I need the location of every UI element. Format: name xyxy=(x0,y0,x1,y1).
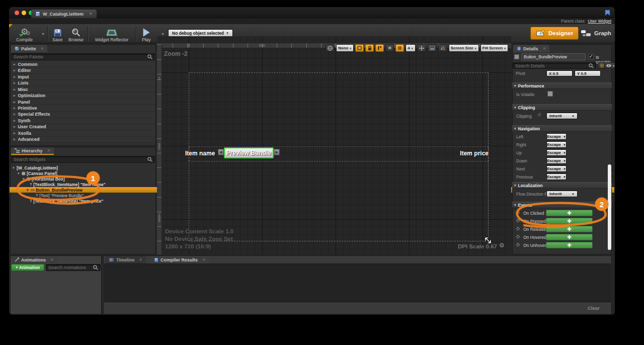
nav-next-dropdown[interactable]: Escape▼ xyxy=(546,165,567,172)
details-scrollbar[interactable] xyxy=(608,164,611,250)
hierarchy-tab-close-icon[interactable]: ✕ xyxy=(47,148,51,153)
add-on-unhovered-event-button[interactable]: ✚ xyxy=(546,242,593,248)
localization-preview-button[interactable] xyxy=(326,44,335,52)
palette-category-editor[interactable]: ▸Editor xyxy=(11,67,155,73)
add-on-pressed-event-button[interactable]: ✚ xyxy=(546,218,593,224)
details-search-input[interactable] xyxy=(515,63,589,68)
nav-down-dropdown[interactable]: Escape▼ xyxy=(546,157,567,164)
add-on-clicked-event-button[interactable]: ✚ xyxy=(546,210,593,216)
graph-mode-button[interactable]: Graph xyxy=(581,27,611,40)
save-button[interactable]: Save xyxy=(52,25,63,42)
canvas-item-price-text[interactable]: Item price xyxy=(438,150,489,157)
add-on-released-event-button[interactable]: ✚ xyxy=(546,226,593,232)
canvas-item-name-text[interactable]: Item name xyxy=(185,150,215,157)
nav-up-dropdown[interactable]: Escape▼ xyxy=(546,149,567,156)
palette-category-input[interactable]: ▸Input xyxy=(11,74,155,80)
tab-compiler-results[interactable]: Compiler Results ✕ xyxy=(150,256,209,264)
compile-button[interactable]: ⚙ ⚙ Compile xyxy=(16,25,33,42)
snap-alignment-button[interactable] xyxy=(375,44,384,52)
localization-culture-dropdown[interactable]: None▼ xyxy=(336,44,354,52)
clear-button[interactable]: Clear xyxy=(588,305,600,311)
is-volatile-checkbox[interactable] xyxy=(547,91,553,97)
slot-nav-left-handle[interactable]: ◄ xyxy=(218,149,224,155)
section-clipping[interactable]: ▾Clipping xyxy=(512,104,612,111)
image-icon xyxy=(430,46,435,50)
palette-category-synth[interactable]: ▸Synth xyxy=(11,118,155,124)
animations-search-input[interactable] xyxy=(48,265,93,270)
section-navigation[interactable]: ▾Navigation xyxy=(512,125,612,132)
palette-category-xsolla[interactable]: ▸Xsolla xyxy=(11,130,155,136)
palette-search[interactable] xyxy=(11,53,155,60)
reset-to-default-icon[interactable]: ↺ xyxy=(537,113,541,117)
palette-category-lists[interactable]: ▸Lists xyxy=(11,80,155,86)
palette-tab-close-icon[interactable]: ✕ xyxy=(41,46,44,51)
tab-palette[interactable]: Palette ✕ xyxy=(11,45,47,52)
asset-tab-close-icon[interactable]: ✕ xyxy=(89,12,93,16)
designer-mode-button[interactable]: Designer xyxy=(530,27,579,40)
grid-snap-size-dropdown[interactable]: 4▼ xyxy=(406,44,415,52)
event-pin-icon: ◇ xyxy=(516,218,520,223)
section-events[interactable]: ▾Events xyxy=(512,202,612,208)
palette-category-advanced[interactable]: ▸Advanced xyxy=(11,137,155,143)
hierarchy-search-input[interactable] xyxy=(14,157,147,162)
widget-name-input[interactable] xyxy=(521,53,586,60)
search-icon xyxy=(93,265,98,270)
palette-category-special-effects[interactable]: ▸Special Effects xyxy=(11,112,155,118)
add-on-hovered-event-button[interactable]: ✚ xyxy=(546,234,593,240)
outline-toggle-button[interactable] xyxy=(355,44,364,52)
palette-category-optimization[interactable]: ▸Optimization xyxy=(11,93,155,99)
respect-locks-toggle[interactable]: R xyxy=(385,44,394,52)
flip-preview-button[interactable] xyxy=(438,44,447,52)
screen-size-dropdown[interactable]: Screen Size▼ xyxy=(449,44,479,52)
timeline-tab-close-icon[interactable]: ✕ xyxy=(139,257,142,262)
parent-class-link[interactable]: User Widget xyxy=(588,19,611,24)
clipping-dropdown[interactable]: Inherit▼ xyxy=(546,113,578,119)
canvas-preview-bundle-button[interactable]: Preview Bundle xyxy=(224,147,274,158)
browse-button[interactable]: Browse xyxy=(68,25,84,42)
grid-snap-toggle[interactable] xyxy=(395,44,404,52)
section-performance[interactable]: ▾Performance xyxy=(512,82,612,89)
nav-right-dropdown[interactable]: Escape▼ xyxy=(546,141,567,148)
compiler-tab-close-icon[interactable]: ✕ xyxy=(202,257,206,262)
tab-hierarchy[interactable]: Hierarchy ✕ xyxy=(11,147,54,155)
nav-left-dropdown[interactable]: Escape▼ xyxy=(546,133,567,140)
preview-background-button[interactable] xyxy=(428,44,437,52)
designer-canvas[interactable]: 0 500 1000 1500 2000 0 500 1000 Zoom -2 … xyxy=(157,36,511,254)
palette-search-input[interactable] xyxy=(14,54,147,59)
pivot-y-field[interactable]: Y 0.5 xyxy=(575,70,601,76)
palette-category-panel[interactable]: ▸Panel xyxy=(11,99,155,105)
fill-screen-dropdown[interactable]: Fill Screen▼ xyxy=(480,44,508,52)
add-animation-button[interactable]: + Animation xyxy=(11,264,44,271)
dpi-settings-gear-icon[interactable]: ⚙ xyxy=(499,242,505,249)
play-button[interactable]: Play xyxy=(142,25,151,42)
play-options-caret-icon[interactable]: ▼ xyxy=(161,32,165,36)
transform-mode-button[interactable] xyxy=(417,44,426,52)
nav-previous-dropdown[interactable]: Escape▼ xyxy=(546,174,567,180)
close-window-button[interactable] xyxy=(15,11,19,15)
pivot-x-field[interactable]: X 0.5 xyxy=(546,70,573,76)
asset-tab[interactable]: W_CatalogListItem ✕ xyxy=(31,10,97,18)
compile-options-caret-icon[interactable]: ▼ xyxy=(41,32,45,36)
details-visibility-filter-button[interactable]: ▼ xyxy=(604,62,615,69)
minimize-window-button[interactable] xyxy=(22,11,26,15)
animations-tab-close-icon[interactable]: ✕ xyxy=(50,257,54,262)
widget-reflector-button[interactable]: Widget Reflector xyxy=(92,25,132,42)
details-search[interactable] xyxy=(513,62,596,69)
hierarchy-search[interactable] xyxy=(11,156,155,163)
details-tab-close-icon[interactable]: ✕ xyxy=(543,46,546,51)
tab-animations[interactable]: Animations ✕ xyxy=(11,256,57,264)
slot-nav-right-handle[interactable]: ► xyxy=(274,149,280,155)
is-variable-checkbox[interactable]: ✓ xyxy=(588,54,594,59)
animations-search[interactable] xyxy=(46,264,101,271)
tab-details[interactable]: Details ✕ xyxy=(513,45,549,52)
palette-category-common[interactable]: ▸Common xyxy=(11,61,155,67)
palette-category-user-created[interactable]: ▸User Created xyxy=(11,124,155,130)
tab-timeline[interactable]: Timeline ✕ xyxy=(105,256,146,264)
palette-category-misc[interactable]: ▸Misc xyxy=(11,87,155,93)
lock-widgets-button[interactable] xyxy=(365,44,374,52)
section-localization[interactable]: ▾Localization xyxy=(512,182,612,189)
search-icon xyxy=(589,63,594,68)
play-icon xyxy=(142,28,150,37)
palette-category-primitive[interactable]: ▸Primitive xyxy=(11,105,155,111)
flow-direction-dropdown[interactable]: Inherit▼ xyxy=(546,191,578,197)
